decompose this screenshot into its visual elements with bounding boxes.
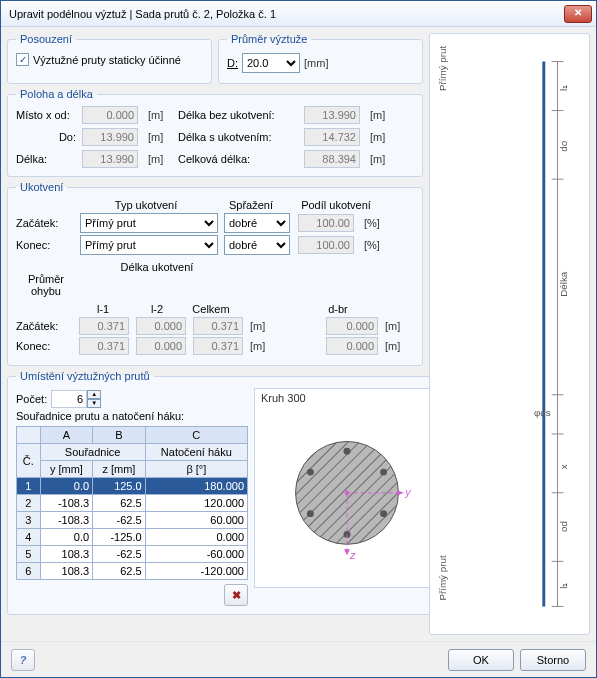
anchorage-group: Ukotvení Typ ukotvení Spřažení Podíl uko…	[7, 181, 423, 366]
table-row: 5108.3-62.5-60.000	[17, 546, 248, 563]
dialog-window: Upravit podélnou výztuž | Sada prutů č. …	[0, 0, 597, 678]
table-row: 2-108.362.5120.000	[17, 495, 248, 512]
anch-start-bond[interactable]: dobré	[224, 213, 290, 233]
assessment-group: Posouzení ✓ Výztužné pruty staticky účin…	[7, 33, 212, 84]
svg-point-4	[307, 469, 314, 476]
svg-point-5	[307, 510, 314, 517]
table-row: 3-108.3-62.560.000	[17, 512, 248, 529]
svg-text:do: do	[558, 140, 569, 151]
svg-text:l₁: l₁	[558, 583, 569, 589]
placement-group: Umístění výztužných prutů Počet: ▲▼ Souř…	[7, 370, 449, 615]
bez-value	[304, 106, 360, 124]
position-group: Poloha a délka Místo x od: [m] Délka bez…	[7, 88, 423, 177]
position-legend: Poloha a délka	[16, 88, 97, 100]
table-row: 40.0-125.00.000	[17, 529, 248, 546]
diameter-legend: Průměr výztuže	[227, 33, 311, 45]
coord-label: Souřadnice prutu a natočení háku:	[16, 410, 184, 422]
anch-end-bond[interactable]: dobré	[224, 235, 290, 255]
bez-label: Délka bez ukotvení:	[178, 109, 298, 121]
table-row: 10.0125.0180.000	[17, 478, 248, 495]
cs-title: Kruh 300	[261, 392, 306, 404]
ok-button[interactable]: OK	[448, 649, 514, 671]
anch-end-ratio	[298, 236, 354, 254]
cross-section-preview: Kruh 300 y z	[254, 388, 440, 588]
svg-text:z: z	[349, 549, 356, 561]
cel-value	[304, 150, 360, 168]
svg-text:φds: φds	[534, 407, 551, 418]
misto-label: Místo x od:	[16, 109, 76, 121]
titlebar: Upravit podélnou výztuž | Sada prutů č. …	[1, 1, 596, 27]
svg-point-8	[380, 469, 387, 476]
anch-start-label: Začátek:	[16, 217, 76, 229]
svg-text:od: od	[558, 521, 569, 532]
cancel-button[interactable]: Storno	[520, 649, 586, 671]
svg-text:l₁: l₁	[558, 85, 569, 91]
delka-label: Délka:	[16, 153, 76, 165]
suk-label: Délka s ukotvením:	[178, 131, 298, 143]
diameter-unit: [mm]	[304, 57, 326, 69]
delka-value	[82, 150, 138, 168]
delete-icon[interactable]: ✖	[224, 584, 248, 606]
coord-table[interactable]: ABC Č.SouřadniceNatočení háku y [mm]z [m…	[16, 426, 248, 580]
static-effective-checkbox[interactable]: ✓	[16, 53, 29, 66]
misto-value[interactable]	[82, 106, 138, 124]
diameter-label: D:	[227, 57, 238, 69]
svg-text:y: y	[404, 486, 411, 498]
bar-diagram: Přímý prut Přímý prut l₁ do	[429, 33, 590, 635]
anch-start-type[interactable]: Přímý prut	[80, 213, 218, 233]
close-icon[interactable]: ✕	[564, 5, 592, 23]
dialog-footer: ? OK Storno	[1, 641, 596, 677]
do-value[interactable]	[82, 128, 138, 146]
svg-point-7	[380, 510, 387, 517]
svg-text:Délka: Délka	[558, 271, 569, 297]
anch-end-type[interactable]: Přímý prut	[80, 235, 218, 255]
anch-end-label: Konec:	[16, 239, 76, 251]
svg-marker-10	[397, 490, 403, 496]
suk-value	[304, 128, 360, 146]
table-row: 6108.362.5-120.000	[17, 563, 248, 580]
count-input[interactable]	[51, 390, 87, 408]
static-effective-label: Výztužné pruty staticky účinné	[33, 54, 181, 66]
svg-rect-15	[345, 491, 349, 495]
count-spinner[interactable]: ▲▼	[87, 390, 101, 408]
placement-legend: Umístění výztužných prutů	[16, 370, 154, 382]
svg-text:x: x	[558, 464, 569, 469]
svg-text:Přímý prut: Přímý prut	[437, 46, 448, 91]
anch-start-ratio	[298, 214, 354, 232]
svg-text:Přímý prut: Přímý prut	[437, 555, 448, 600]
do-label: Do:	[16, 131, 76, 143]
anchorage-legend: Ukotvení	[16, 181, 67, 193]
count-label: Počet:	[16, 393, 47, 405]
svg-point-3	[344, 448, 351, 455]
help-icon[interactable]: ?	[11, 649, 35, 671]
window-title: Upravit podélnou výztuž | Sada prutů č. …	[9, 8, 564, 20]
assessment-legend: Posouzení	[16, 33, 76, 45]
diameter-group: Průměr výztuže D: 20.0 [mm]	[218, 33, 423, 84]
diameter-select[interactable]: 20.0	[242, 53, 300, 73]
cel-label: Celková délka:	[178, 153, 298, 165]
